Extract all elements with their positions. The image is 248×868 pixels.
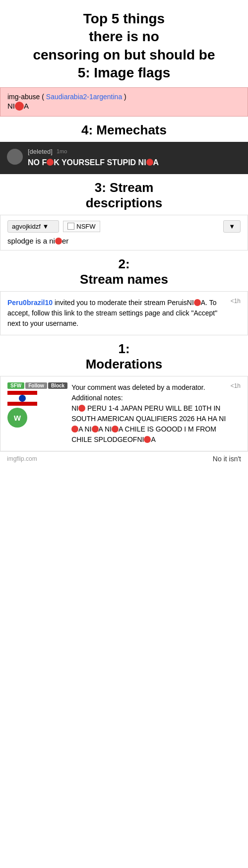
desc-start: splodge is a ni bbox=[7, 237, 55, 245]
tag-block: Block bbox=[48, 382, 67, 389]
mod-header-row: Your comment was deleted by a moderator.… bbox=[71, 382, 241, 445]
memechat-user-row: [deleted] 1mo bbox=[28, 148, 241, 155]
abuse-prefix: img-abuse bbox=[7, 93, 40, 101]
mod-tags-row: SFW Follow Block bbox=[7, 382, 67, 389]
memechat-username: [deleted] bbox=[28, 148, 53, 155]
mod-content2: A NI bbox=[78, 425, 91, 433]
stream-desc-dropdown[interactable]: ▼ bbox=[223, 220, 241, 233]
section2-title: 2:Stream names bbox=[5, 256, 243, 287]
mod-content1: PERU 1-4 JAPAN PERU WILL BE 10TH IN SOUT… bbox=[71, 404, 226, 423]
section4-block: [deleted] 1mo NO FK YOURSELF STUPID NIA bbox=[0, 142, 248, 174]
desc-end: er bbox=[62, 237, 68, 245]
mod-left: SFW Follow Block w bbox=[7, 382, 67, 428]
stream-names-text: Peru0brazil10 invited you to moderate th… bbox=[7, 298, 227, 329]
redact-icon-5 bbox=[194, 299, 201, 306]
memechat-avatar bbox=[7, 149, 23, 165]
redact-icon-8 bbox=[92, 426, 99, 433]
section1-title: 1:Moderations bbox=[5, 341, 243, 372]
memechat-time: 1mo bbox=[57, 148, 67, 154]
stream-username[interactable]: Peru0brazil10 bbox=[7, 299, 53, 307]
abuse-line2: NIA bbox=[7, 102, 241, 111]
section3-block: agvojkidzf ▼ NSFW ▼ splodge is a nier bbox=[0, 215, 248, 250]
section5-block: img-abuse ( Saudiarabia2-1argentina ) NI… bbox=[0, 87, 248, 117]
section4-header: 4: Memechats bbox=[0, 117, 248, 142]
mod-time: <1h bbox=[231, 382, 241, 389]
redact-icon-9 bbox=[112, 426, 119, 433]
stream-desc-text: splodge is a nier bbox=[7, 237, 241, 245]
mod-avatar: w bbox=[7, 408, 27, 428]
memechat-text-end: A bbox=[153, 158, 159, 167]
redact-icon-2 bbox=[47, 159, 54, 166]
title-line2: there is no bbox=[89, 29, 159, 44]
section1-block: SFW Follow Block w Your comment was dele… bbox=[0, 376, 248, 451]
nsfw-label: NSFW bbox=[76, 223, 95, 230]
stream-select[interactable]: agvojkidzf ▼ bbox=[7, 220, 59, 233]
memechat-text-start: NO F bbox=[28, 158, 47, 167]
stream-names-content: Peru0brazil10 invited you to moderate th… bbox=[7, 298, 227, 329]
memechat-content: [deleted] 1mo NO FK YOURSELF STUPID NIA bbox=[28, 148, 241, 168]
title-section: Top 5 things there is no censoring on bu… bbox=[0, 0, 248, 87]
nsfw-area: NSFW bbox=[63, 221, 100, 232]
section4-title: 4: Memechats bbox=[5, 123, 243, 138]
title-line1: Top 5 things bbox=[83, 11, 165, 26]
abuse-end: A bbox=[24, 102, 29, 110]
memechat-text-mid: K YOURSELF STUPID NI bbox=[54, 158, 146, 167]
footer-comment: No it isn't bbox=[213, 455, 241, 463]
section1-header: 1:Moderations bbox=[0, 335, 248, 376]
mod-deleted-text: Your comment was deleted by a moderator.… bbox=[71, 383, 205, 402]
redact-icon bbox=[15, 102, 24, 111]
mod-thumb-red bbox=[7, 391, 37, 406]
tag-follow: Follow bbox=[25, 382, 47, 389]
stream-desc-top: agvojkidzf ▼ NSFW ▼ bbox=[7, 220, 241, 233]
redact-icon-7 bbox=[71, 426, 78, 433]
abuse-paren-close: ) bbox=[124, 93, 126, 101]
abuse-username[interactable]: Saudiarabia2-1argentina bbox=[46, 93, 122, 101]
nsfw-checkbox[interactable] bbox=[67, 223, 74, 230]
abuse-paren-open: ( bbox=[42, 93, 44, 101]
title-line4: 5: Image flags bbox=[78, 65, 171, 80]
mod-content: Your comment was deleted by a moderator.… bbox=[71, 382, 241, 445]
section2-header: 2:Stream names bbox=[0, 250, 248, 291]
section3-title: 3: Streamdescriptions bbox=[5, 180, 243, 211]
stream-name: agvojkidzf bbox=[12, 223, 41, 230]
main-title: Top 5 things there is no censoring on bu… bbox=[5, 10, 243, 82]
section3-header: 3: Streamdescriptions bbox=[0, 174, 248, 215]
footer: imgflip.com No it isn't bbox=[0, 451, 248, 466]
title-line3: censoring on but should be bbox=[33, 47, 215, 62]
abuse-ni: NI bbox=[7, 102, 15, 110]
abuse-line1: img-abuse ( Saudiarabia2-1argentina ) bbox=[7, 93, 241, 101]
section2-block: Peru0brazil10 invited you to moderate th… bbox=[0, 291, 248, 335]
redact-icon-6 bbox=[78, 405, 85, 412]
mod-ni1: NI bbox=[71, 404, 78, 412]
mod-content3: A NI bbox=[99, 425, 112, 433]
stream-msg1: invited you to moderate their stream Per… bbox=[53, 299, 194, 307]
redact-icon-10 bbox=[144, 436, 151, 443]
mod-text: Your comment was deleted by a moderator.… bbox=[71, 382, 227, 445]
memechat-text: NO FK YOURSELF STUPID NIA bbox=[28, 157, 241, 168]
stream-names-time: <1h bbox=[231, 298, 241, 305]
tag-sfw: SFW bbox=[7, 382, 24, 389]
mod-content5: A bbox=[151, 435, 155, 443]
imgflip-logo: imgflip.com bbox=[7, 455, 37, 462]
redact-icon-3 bbox=[146, 159, 153, 166]
redact-icon-4 bbox=[55, 238, 62, 245]
